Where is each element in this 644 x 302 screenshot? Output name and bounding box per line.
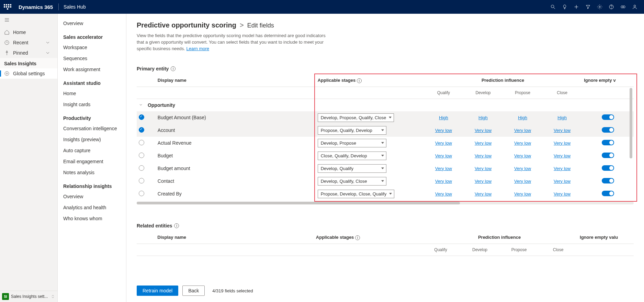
col-applicable-stages: Applicable stages [316, 235, 354, 240]
info-icon[interactable]: i [355, 235, 360, 240]
nav-global-settings[interactable]: Global settings [0, 68, 57, 79]
row-select-radio[interactable] [139, 140, 144, 145]
influence-link[interactable]: Very low [465, 191, 501, 197]
field-name: Account [158, 127, 175, 133]
svg-point-9 [634, 5, 635, 7]
influence-link[interactable]: Very low [544, 141, 580, 146]
ignore-empty-toggle[interactable] [602, 165, 614, 171]
influence-link[interactable]: Very low [465, 179, 501, 184]
horizontal-scrollbar[interactable] [137, 202, 634, 204]
influence-link[interactable]: Very low [465, 153, 501, 158]
influence-link[interactable]: Very low [505, 179, 540, 184]
applicable-stages-dropdown[interactable]: Propose, Qualify, Develop [318, 126, 386, 135]
influence-link[interactable]: Very low [426, 128, 461, 133]
filter-icon[interactable] [582, 0, 594, 14]
info-icon[interactable]: i [357, 78, 362, 83]
subnav-who-knows-whom[interactable]: Who knows whom [58, 213, 126, 224]
person-icon[interactable] [629, 0, 641, 14]
influence-link[interactable]: Very low [505, 153, 540, 158]
breadcrumb-current: Edit fields [247, 22, 274, 29]
hamburger-icon[interactable] [0, 14, 57, 27]
row-select-radio[interactable] [139, 178, 144, 183]
breadcrumb-root[interactable]: Predictive opportunity scoring [137, 21, 236, 29]
influence-link[interactable]: Very low [505, 128, 540, 133]
gear-icon[interactable] [594, 0, 606, 14]
app-name-label[interactable]: Sales Hub [64, 4, 86, 10]
subnav-notes-analysis[interactable]: Notes analysis [58, 167, 126, 178]
applicable-stages-dropdown[interactable]: Develop, Propose [318, 139, 386, 147]
influence-link[interactable]: Very low [505, 166, 540, 171]
nav-pinned[interactable]: Pinned [0, 48, 57, 58]
applicable-stages-dropdown[interactable]: Propose, Develop, Close, Qualify [318, 190, 394, 198]
nav-recent[interactable]: Recent [0, 37, 57, 48]
applicable-stages-dropdown[interactable]: Develop, Qualify [318, 164, 386, 173]
subnav-assistant-home[interactable]: Home [58, 88, 126, 99]
influence-link[interactable]: Very low [426, 179, 461, 184]
influence-link[interactable]: High [465, 115, 501, 120]
subnav-workspace[interactable]: Workspace [58, 42, 126, 53]
subnav-overview[interactable]: Overview [58, 18, 126, 29]
row-select-radio[interactable] [139, 165, 144, 171]
lightbulb-icon[interactable] [559, 0, 570, 14]
ignore-empty-toggle[interactable] [602, 127, 614, 133]
ignore-empty-toggle[interactable] [602, 114, 614, 120]
influence-link[interactable]: Very low [544, 153, 580, 158]
influence-link[interactable]: High [544, 115, 580, 120]
subnav-analytics-health[interactable]: Analytics and health [58, 202, 126, 213]
ignore-empty-toggle[interactable] [602, 140, 614, 145]
applicable-stages-dropdown[interactable]: Close, Qualify, Develop [318, 152, 386, 160]
app-launcher-icon[interactable] [3, 3, 12, 11]
subnav-ri-overview[interactable]: Overview [58, 191, 126, 202]
subnav-sequences[interactable]: Sequences [58, 53, 126, 64]
area-switcher[interactable]: SI Sales Insights sett... [0, 291, 57, 302]
influence-link[interactable]: Very low [544, 179, 580, 184]
influence-link[interactable]: High [505, 115, 540, 120]
info-icon[interactable]: i [171, 66, 176, 71]
ignore-empty-toggle[interactable] [602, 191, 614, 196]
influence-link[interactable]: Very low [426, 166, 461, 171]
table-row: Budget Amount (Base)Develop, Propose, Qu… [137, 111, 634, 124]
brand-label: Dynamics 365 [19, 4, 53, 10]
applicable-stages-dropdown[interactable]: Develop, Propose, Qualify, Close [318, 113, 394, 122]
ignore-empty-toggle[interactable] [602, 178, 614, 183]
plus-icon[interactable] [570, 0, 582, 14]
search-icon[interactable] [547, 0, 559, 14]
influence-link[interactable]: Very low [544, 166, 580, 171]
influence-link[interactable]: Very low [544, 191, 580, 197]
chevron-down-icon[interactable] [139, 103, 143, 107]
learn-more-link[interactable]: Learn more [187, 46, 209, 51]
subnav-conversation-intelligence[interactable]: Conversation intelligence [58, 123, 126, 134]
subnav-work-assignment[interactable]: Work assignment [58, 64, 126, 75]
row-select-radio[interactable] [139, 191, 144, 196]
table-row: Actual RevenueDevelop, ProposeVery lowVe… [137, 137, 634, 149]
influence-link[interactable]: Very low [465, 141, 501, 146]
subnav-insights-preview[interactable]: Insights (preview) [58, 134, 126, 145]
influence-link[interactable]: Very low [426, 153, 461, 158]
help-icon[interactable] [606, 0, 617, 14]
influence-link[interactable]: Very low [465, 128, 501, 133]
applicable-stages-dropdown[interactable]: Develop, Qualify, Close [318, 177, 386, 186]
back-button[interactable]: Back [182, 286, 205, 296]
subnav-email-engagement[interactable]: Email engagement [58, 156, 126, 167]
ignore-empty-toggle[interactable] [602, 153, 614, 158]
subnav-insight-cards[interactable]: Insight cards [58, 99, 126, 110]
subnav-auto-capture[interactable]: Auto capture [58, 145, 126, 156]
influence-link[interactable]: Very low [505, 191, 540, 197]
influence-link[interactable]: Very low [505, 141, 540, 146]
row-select-radio[interactable] [139, 153, 144, 158]
influence-link[interactable]: Very low [426, 191, 461, 197]
influence-link[interactable]: Very low [465, 166, 501, 171]
row-select-radio[interactable] [139, 114, 144, 120]
retrain-model-button[interactable]: Retrain model [137, 286, 178, 296]
app-icon[interactable] [617, 0, 629, 14]
table-row: ContactDevelop, Qualify, CloseVery lowVe… [137, 175, 634, 188]
vertical-scrollbar[interactable] [630, 88, 632, 206]
influence-link[interactable]: Very low [544, 128, 580, 133]
breadcrumb-separator: > [240, 21, 244, 29]
influence-link[interactable]: High [426, 115, 461, 120]
nav-home[interactable]: Home [0, 27, 57, 37]
row-select-radio[interactable] [139, 127, 144, 133]
influence-link[interactable]: Very low [426, 141, 461, 146]
nav-global-settings-label: Global settings [13, 71, 45, 76]
info-icon[interactable]: i [174, 223, 179, 228]
